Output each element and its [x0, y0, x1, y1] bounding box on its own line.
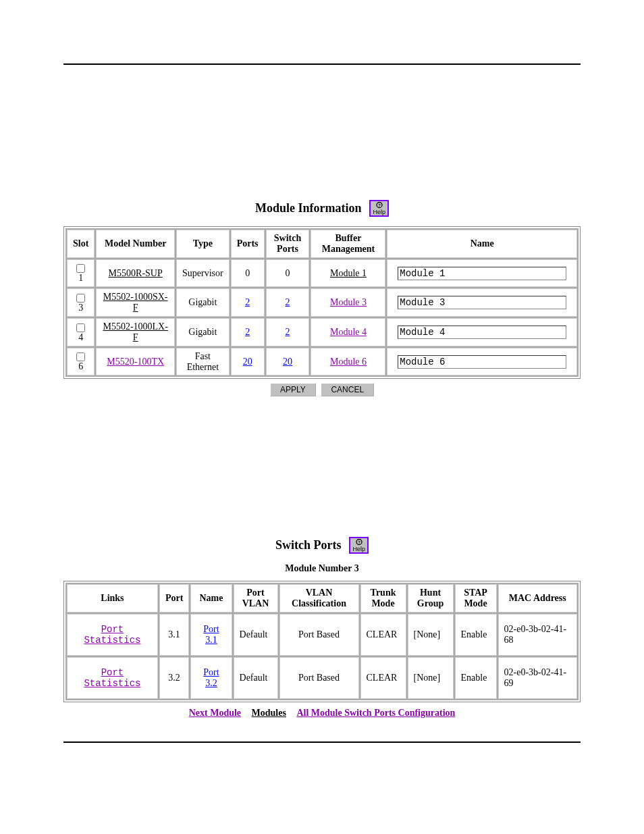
- help-label: Help: [352, 546, 365, 552]
- slot-number: 1: [73, 273, 88, 284]
- help-button-switch-ports[interactable]: ? Help: [349, 537, 369, 554]
- table-row: Port Statistics 3.1 Port 3.1 Default Por…: [67, 614, 577, 656]
- buffer-link[interactable]: Module 4: [330, 327, 367, 337]
- ports-cell: 0: [231, 259, 265, 287]
- apply-button[interactable]: APPLY: [270, 383, 316, 396]
- switch-ports-link[interactable]: 20: [283, 357, 292, 367]
- switch-ports-link[interactable]: 2: [286, 327, 290, 337]
- col-hunt: Hunt Group: [408, 584, 454, 613]
- buffer-link[interactable]: Module 6: [330, 357, 367, 367]
- col-model: Model Number: [96, 230, 175, 258]
- stap-cell: Enable: [455, 657, 497, 699]
- slot-cell: 6: [67, 348, 95, 375]
- col-ports: Ports: [231, 230, 265, 258]
- col-mac: MAC Address: [498, 584, 577, 613]
- port-cell: 3.2: [159, 657, 189, 699]
- switch-ports-table-wrapper: Links Port Name Port VLAN VLAN Classific…: [63, 581, 581, 702]
- ports-link[interactable]: 2: [245, 297, 250, 307]
- table-row: 4 M5502-1000LX-F Gigabit 2 2 Module 4: [67, 318, 577, 346]
- type-cell: Gigabit: [176, 288, 230, 317]
- type-cell: Gigabit: [176, 318, 230, 346]
- buffer-link[interactable]: Module 3: [330, 297, 367, 307]
- table-row: 1 M5500R-SUP Supervisor 0 0 Module 1: [67, 259, 577, 287]
- col-links: Links: [67, 584, 158, 613]
- modules-link[interactable]: Modules: [252, 708, 286, 718]
- slot-cell: 1: [67, 259, 95, 287]
- divider-bottom: [63, 741, 581, 743]
- trunk-cell: CLEAR: [360, 657, 406, 699]
- module-info-table: Slot Model Number Type Ports Switch Port…: [65, 228, 579, 377]
- type-cell: Supervisor: [176, 259, 230, 287]
- col-type: Type: [176, 230, 230, 258]
- port-stats-link[interactable]: Port Statistics: [84, 624, 140, 646]
- mac-cell: 02-e0-3b-02-41-69: [498, 657, 577, 699]
- module-info-title: Module Information: [255, 201, 362, 215]
- button-row: APPLY CANCEL: [63, 383, 581, 396]
- help-label: Help: [373, 209, 385, 215]
- col-trunk: Trunk Mode: [360, 584, 406, 613]
- slot-checkbox[interactable]: [76, 323, 85, 332]
- switch-ports-link[interactable]: 2: [286, 297, 290, 307]
- port-stats-link[interactable]: Port Statistics: [84, 667, 140, 689]
- table-header-row: Slot Model Number Type Ports Switch Port…: [67, 230, 577, 258]
- slot-checkbox[interactable]: [76, 264, 85, 273]
- vclass-cell: Port Based: [279, 657, 359, 699]
- ports-link[interactable]: 20: [243, 357, 252, 367]
- model-link[interactable]: M5520-100TX: [107, 357, 164, 367]
- col-stap: STAP Mode: [455, 584, 497, 613]
- slot-number: 4: [73, 332, 88, 343]
- table-row: 3 M5502-1000SX-F Gigabit 2 2 Module 3: [67, 288, 577, 317]
- port-cell: 3.1: [159, 614, 189, 656]
- slot-cell: 4: [67, 318, 95, 346]
- pvlan-cell: Default: [234, 614, 278, 656]
- buffer-link[interactable]: Module 1: [330, 268, 367, 278]
- switch-ports-cell: 0: [266, 259, 310, 287]
- pvlan-cell: Default: [234, 657, 278, 699]
- col-buffer: Buffer Management: [311, 230, 385, 258]
- module-info-heading-row: Module Information ? Help: [63, 200, 581, 217]
- bottom-nav: Next Module Modules All Module Switch Po…: [63, 708, 581, 719]
- svg-text:?: ?: [358, 540, 360, 544]
- switch-ports-table: Links Port Name Port VLAN VLAN Classific…: [65, 583, 579, 700]
- switch-ports-heading-row: Switch Ports ? Help: [63, 537, 581, 554]
- col-name: Name: [387, 230, 577, 258]
- port-name-link[interactable]: Port 3.1: [203, 624, 219, 645]
- ports-link[interactable]: 2: [245, 327, 250, 337]
- svg-text:?: ?: [378, 203, 381, 207]
- cancel-button[interactable]: CANCEL: [321, 383, 374, 396]
- name-input[interactable]: [398, 267, 566, 280]
- slot-checkbox[interactable]: [76, 294, 85, 303]
- help-button-module-info[interactable]: ? Help: [369, 200, 389, 217]
- col-port: Port: [159, 584, 189, 613]
- switch-ports-title: Switch Ports: [275, 538, 342, 552]
- name-input[interactable]: [398, 296, 566, 309]
- col-vclass: VLAN Classification: [279, 584, 359, 613]
- slot-number: 6: [73, 361, 88, 372]
- table-header-row: Links Port Name Port VLAN VLAN Classific…: [67, 584, 577, 613]
- slot-checkbox[interactable]: [76, 353, 85, 361]
- stap-cell: Enable: [455, 614, 497, 656]
- port-name-link[interactable]: Port 3.2: [203, 667, 219, 688]
- name-input[interactable]: [398, 325, 566, 339]
- hunt-cell: [None]: [408, 657, 454, 699]
- next-module-link[interactable]: Next Module: [189, 708, 241, 718]
- all-config-link[interactable]: All Module Switch Ports Configuration: [296, 708, 455, 718]
- model-link[interactable]: M5500R-SUP: [109, 268, 163, 278]
- mac-cell: 02-e0-3b-02-41-68: [498, 614, 577, 656]
- type-cell: Fast Ethernet: [176, 348, 230, 375]
- col-pvlan: Port VLAN: [234, 584, 278, 613]
- table-row: 6 M5520-100TX Fast Ethernet 20 20 Module…: [67, 348, 577, 375]
- module-number-subtitle: Module Number 3: [63, 563, 581, 574]
- trunk-cell: CLEAR: [360, 614, 406, 656]
- col-name: Name: [190, 584, 232, 613]
- name-input[interactable]: [398, 355, 566, 369]
- col-slot: Slot: [67, 230, 95, 258]
- model-link[interactable]: M5502-1000SX-F: [103, 292, 168, 313]
- vclass-cell: Port Based: [279, 614, 359, 656]
- model-link[interactable]: M5502-1000LX-F: [103, 321, 167, 342]
- slot-cell: 3: [67, 288, 95, 317]
- hunt-cell: [None]: [408, 614, 454, 656]
- table-row: Port Statistics 3.2 Port 3.2 Default Por…: [67, 657, 577, 699]
- col-switch-ports: Switch Ports: [266, 230, 310, 258]
- slot-number: 3: [73, 303, 88, 313]
